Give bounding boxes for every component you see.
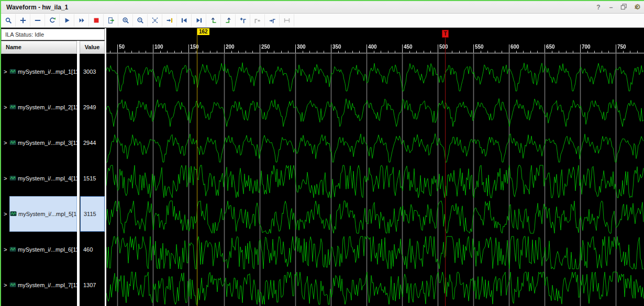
signal-name-cell[interactable]: mySystem_i/...mpl_1[11:0 [9, 54, 77, 89]
signal-value: 3115 [81, 211, 96, 217]
column-divider[interactable] [77, 41, 80, 306]
float-icon[interactable] [620, 3, 627, 12]
zoomin-icon [122, 17, 129, 24]
expand-chevron-icon[interactable]: > [4, 69, 7, 75]
next-transition-button[interactable] [265, 14, 280, 27]
minimize-icon[interactable]: – [607, 4, 615, 11]
waveform-canvas[interactable] [106, 28, 644, 306]
ruler-tick-label: 650 [546, 44, 555, 50]
search-icon [5, 17, 12, 24]
run-trigger-continuous-button[interactable] [74, 14, 89, 27]
analog-signal-icon [9, 174, 16, 183]
signal-value-cell[interactable]: 3003 [80, 54, 105, 89]
swapb-icon [225, 17, 232, 24]
analog-signal-icon [9, 103, 16, 112]
signal-name: mySystem_i/...mpl_7[11:0 [18, 282, 77, 288]
gototime-icon [166, 17, 173, 24]
ila-status-label: ILA Status: [5, 31, 33, 38]
expand-chevron-icon[interactable]: > [4, 104, 7, 110]
swapa-icon [210, 17, 217, 24]
export-icon [107, 17, 115, 24]
swap-before-trigger-button[interactable] [206, 14, 221, 27]
expand-chevron-icon[interactable]: > [4, 246, 7, 253]
prevtrans-icon [254, 17, 261, 24]
span-icon [283, 17, 291, 24]
runtrig-icon [49, 17, 56, 24]
signal-value-cell[interactable]: 460 [80, 232, 105, 267]
analog-signal-icon [9, 245, 16, 254]
ruler-tick-label: 450 [404, 44, 413, 50]
panel-divider[interactable] [105, 28, 106, 306]
signal-name: mySystem_i/...mpl_6[11:0 [18, 246, 77, 253]
signal-name-cell[interactable]: mySystem_i/...mpl_7[11:0 [9, 267, 77, 303]
signal-row[interactable]: >mySystem_i/...mpl_6[11:0460 [1, 232, 105, 267]
signal-name-cell[interactable]: mySystem_i/...mpl_3[11:0 [9, 125, 77, 161]
signal-value: 460 [80, 246, 93, 253]
signal-row[interactable]: >mySystem_i/...mpl_1[11:03003 [1, 54, 105, 89]
analog-signal-icon [9, 67, 16, 76]
signal-row[interactable]: >mySystem_i/...mpl_5[11:03115 [1, 196, 105, 232]
run-trigger-button[interactable] [60, 14, 74, 27]
go-to-end-button[interactable] [192, 14, 206, 27]
analog-signal-icon [9, 280, 16, 290]
add-marker-button[interactable] [236, 14, 250, 27]
trigger-marker-flag[interactable]: T [442, 30, 449, 38]
expand-chevron-icon[interactable]: > [4, 175, 7, 182]
signal-value-cell[interactable]: 1515 [80, 161, 105, 196]
signal-value-cell[interactable]: 2949 [80, 89, 105, 125]
gostart-icon [181, 17, 188, 24]
window-title: Waveform - hw_ila_1 [6, 1, 68, 14]
zoom-out-button[interactable] [133, 14, 148, 27]
zoom-fit-button[interactable] [148, 14, 162, 27]
runall-icon [78, 17, 85, 24]
help-icon[interactable]: ? [595, 4, 602, 11]
stop-trigger-button[interactable] [89, 14, 104, 27]
expand-chevron-icon[interactable]: > [4, 282, 7, 288]
signal-name-cell[interactable]: mySystem_i/...mpl_4[11:0 [9, 161, 77, 196]
column-header-value[interactable]: Value [80, 41, 105, 54]
toolbar [1, 14, 644, 28]
titlebar: Waveform - hw_ila_1 ?–× [1, 1, 644, 14]
active-window-border-top [0, 0, 644, 1]
waveform-area: 162 T 5010015020025030035040045050055060… [106, 28, 644, 306]
export-data-button[interactable] [104, 14, 118, 27]
expand-chevron-icon[interactable]: > [4, 211, 7, 217]
column-header-name[interactable]: Name [1, 41, 77, 54]
run-icon [63, 17, 71, 24]
ruler-tick-label: 500 [439, 44, 448, 50]
signal-value-cell[interactable]: 2944 [80, 125, 105, 161]
settings-gear-icon[interactable]: ⚙ [634, 3, 641, 11]
signal-name-cell[interactable]: mySystem_i/...mpl_5[11:0 [9, 196, 77, 232]
signal-row[interactable]: >mySystem_i/...mpl_2[11:02949 [1, 89, 105, 125]
stop-icon [93, 17, 100, 24]
signal-value: 3003 [80, 69, 96, 75]
signal-value: 2949 [80, 104, 96, 110]
ruler-tick-label: 200 [226, 44, 235, 50]
signal-row[interactable]: >mySystem_i/...mpl_7[11:01307 [1, 267, 105, 303]
ruler-tick-label: 700 [582, 44, 591, 50]
find-button[interactable] [1, 14, 16, 27]
signal-name-cell[interactable]: mySystem_i/...mpl_2[11:0 [9, 89, 77, 125]
add-icon [19, 17, 27, 24]
add-probes-button[interactable] [16, 14, 30, 27]
ruler-tick-label: 250 [261, 44, 270, 50]
previous-transition-button [250, 14, 265, 27]
signal-value-cell[interactable]: 1307 [80, 267, 105, 303]
run-trigger-immediate-button[interactable] [45, 14, 60, 27]
zoomout-icon [137, 17, 144, 24]
signal-name-cell[interactable]: mySystem_i/...mpl_6[11:0 [9, 232, 77, 267]
swap-after-trigger-button[interactable] [221, 14, 236, 27]
signal-table: >mySystem_i/...mpl_1[11:03003>mySystem_i… [1, 54, 105, 306]
cursor-marker-line[interactable] [197, 28, 197, 306]
signal-row[interactable]: >mySystem_i/...mpl_3[11:02944 [1, 125, 105, 161]
signal-row[interactable]: >mySystem_i/...mpl_4[11:01515 [1, 161, 105, 196]
remove-probes-button[interactable] [30, 14, 45, 27]
go-to-start-button[interactable] [177, 14, 192, 27]
signal-value-cell[interactable]: 3115 [80, 196, 105, 232]
go-to-time-button[interactable] [162, 14, 177, 27]
cursor-marker-label[interactable]: 162 [197, 28, 209, 35]
zoom-in-button[interactable] [118, 14, 133, 27]
ruler-tick-label: 350 [332, 44, 341, 50]
trigger-marker-line[interactable] [445, 30, 446, 306]
expand-chevron-icon[interactable]: > [4, 140, 7, 146]
